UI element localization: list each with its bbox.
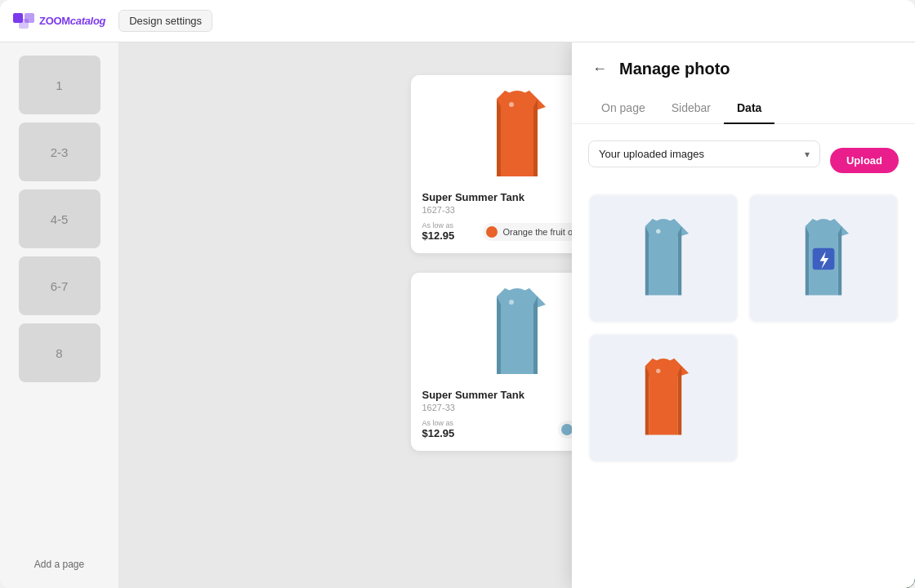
blue-tank-svg [480, 284, 554, 382]
uploaded-orange-tank-icon [631, 354, 696, 443]
price-as-low-2: As low as [422, 419, 455, 427]
right-panel: ← Manage photo On page Sidebar Data Your… [572, 42, 915, 588]
panel-body: Your uploaded images ▾ Upload [572, 124, 915, 588]
price-block-2: As low as $12.95 [422, 419, 455, 439]
svg-rect-2 [19, 19, 29, 29]
image-card-inner-1 [590, 195, 737, 322]
back-button[interactable]: ← [588, 57, 611, 80]
logo-area: ZOOMcatalog [13, 13, 105, 29]
image-card-inner-2 [750, 195, 897, 322]
panel-title: Manage photo [619, 60, 730, 78]
main-content: 1 2-3 4-5 6-7 8 Add a page [0, 42, 915, 588]
page-thumb-1[interactable]: 1 [19, 56, 100, 114]
panel-tabs: On page Sidebar Data [588, 93, 899, 123]
svg-point-6 [509, 300, 514, 305]
price-block-1: As low as $12.95 [422, 221, 455, 242]
price-value-1: $12.95 [422, 229, 455, 242]
app-container: ZOOMcatalog Design settings 1 2-3 4-5 6-… [0, 0, 915, 588]
price-as-low-1: As low as [422, 221, 455, 229]
tab-sidebar[interactable]: Sidebar [658, 93, 724, 124]
svg-point-8 [656, 229, 660, 233]
upload-button[interactable]: Upload [830, 148, 899, 173]
dropdown-label: Your uploaded images [599, 148, 704, 160]
tab-on-page[interactable]: On page [588, 93, 658, 124]
page-thumb-2-3[interactable]: 2-3 [19, 122, 100, 181]
orange-tank-svg [480, 87, 554, 185]
page-sidebar: 1 2-3 4-5 6-7 8 Add a page [0, 42, 118, 588]
uploaded-blue-plain-tank-icon [631, 214, 696, 304]
chevron-down-icon: ▾ [805, 149, 810, 160]
panel-title-row: ← Manage photo [588, 57, 899, 80]
svg-point-4 [509, 102, 514, 107]
image-card-3[interactable] [588, 333, 739, 463]
panel-header: ← Manage photo On page Sidebar Data [572, 42, 915, 124]
zoom-catalog-logo-icon [13, 13, 36, 29]
color-dot-1 [486, 226, 498, 238]
tab-data[interactable]: Data [724, 93, 774, 124]
page-thumb-6-7[interactable]: 6-7 [19, 256, 100, 315]
top-bar: ZOOMcatalog Design settings [0, 0, 915, 42]
page-thumb-4-5[interactable]: 4-5 [19, 189, 100, 248]
page-thumb-8[interactable]: 8 [19, 323, 100, 382]
design-settings-button[interactable]: Design settings [118, 10, 212, 32]
image-card-2[interactable] [748, 194, 899, 323]
images-dropdown[interactable]: Your uploaded images ▾ [588, 140, 820, 167]
image-card-1[interactable] [588, 194, 739, 323]
images-grid [588, 194, 899, 463]
image-card-inner-3 [590, 335, 737, 461]
uploaded-blue-lightning-tank-icon [791, 214, 856, 304]
price-value-2: $12.95 [422, 427, 455, 439]
logo-text: ZOOMcatalog [39, 15, 105, 27]
add-page-button[interactable]: Add a page [29, 554, 89, 575]
svg-point-13 [656, 368, 660, 372]
